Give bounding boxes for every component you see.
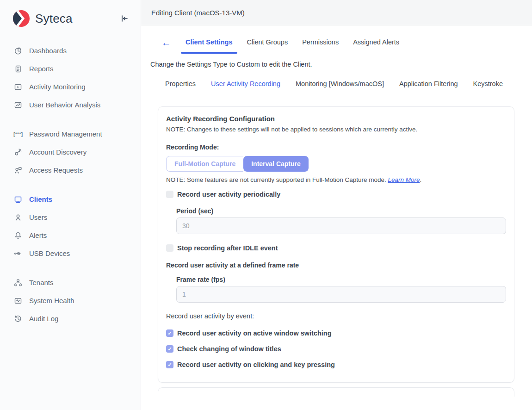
subtab-properties[interactable]: Properties	[165, 80, 196, 87]
sidebar-item-label: System Health	[29, 297, 74, 304]
card-note: NOTE: Changes to these settings will not…	[166, 125, 506, 134]
window-titles-row: ✓ Check changing of window titles	[166, 345, 506, 353]
subtab-user-activity-recording[interactable]: User Activity Recording	[211, 80, 280, 87]
nav-group-pam: [***] Password Management Account Discov…	[0, 125, 141, 179]
page-title-bar: Editing Client (macOS-13-VM)	[141, 0, 532, 25]
window-switching-label: Record user activity on active window sw…	[177, 329, 332, 337]
card-title: Activity Recording Configuration	[166, 114, 506, 124]
subtab-bar: Properties User Activity Recording Monit…	[165, 80, 532, 87]
subtab-application-filtering[interactable]: Application Filtering	[399, 80, 458, 87]
click-keypress-row: ✓ Record user activity on clicking and k…	[166, 361, 506, 368]
period-input[interactable]	[176, 217, 506, 234]
sidebar-item-label: Password Management	[29, 130, 102, 138]
sidebar-item-activity-monitoring[interactable]: Activity Monitoring	[0, 78, 141, 96]
nav-group-endpoints: Clients Users Alerts	[0, 190, 141, 262]
sidebar-item-account-discovery[interactable]: Account Discovery	[0, 143, 141, 161]
click-keypress-label: Record user activity on clicking and key…	[177, 361, 335, 368]
sidebar-item-reports[interactable]: Reports	[0, 60, 141, 78]
app-window: Syteca Dashboards	[0, 0, 532, 410]
sidebar-item-tenants[interactable]: Tenants	[0, 273, 141, 292]
sidebar-item-usb-devices[interactable]: USB Devices	[0, 244, 141, 262]
interval-capture-button[interactable]: Interval Capture	[243, 156, 309, 172]
by-event-label: Record user activity by event:	[166, 312, 506, 320]
brand-name: Syteca	[35, 12, 73, 26]
sidebar-item-label: User Behavior Analysis	[29, 101, 100, 109]
record-periodically-label: Record user activity periodically	[177, 191, 280, 198]
sidebar-item-clients[interactable]: Clients	[0, 190, 141, 208]
sidebar-item-label: Reports	[29, 65, 54, 73]
sidebar-item-label: Clients	[29, 195, 52, 203]
tab-assigned-alerts[interactable]: Assigned Alerts	[353, 38, 399, 53]
bell-icon	[14, 231, 22, 240]
svg-text:?: ?	[19, 167, 21, 169]
mode-note: NOTE: Some features are not currently su…	[166, 176, 506, 183]
report-icon	[14, 65, 22, 73]
sidebar-item-audit-log[interactable]: Audit Log	[0, 310, 141, 328]
window-switching-checkbox[interactable]: ✓	[166, 329, 173, 337]
sidebar-item-label: Tenants	[29, 279, 54, 286]
sidebar-item-label: Audit Log	[29, 315, 58, 323]
window-switching-row: ✓ Record user activity on active window …	[166, 329, 506, 337]
logo-row: Syteca	[0, 0, 141, 38]
checkmark-icon: ✓	[167, 362, 172, 367]
sidebar-item-users[interactable]: Users	[0, 208, 141, 226]
mode-note-text: NOTE: Some features are not currently su…	[166, 176, 388, 183]
record-periodically-checkbox[interactable]	[166, 191, 173, 198]
usb-icon	[14, 249, 22, 258]
sidebar-item-label: Access Requests	[29, 166, 83, 174]
subtab-keystroke[interactable]: Keystroke	[473, 80, 503, 87]
frame-rate-heading: Record user activity at a defined frame …	[166, 261, 506, 269]
tab-client-groups[interactable]: Client Groups	[247, 38, 288, 53]
system-health-icon	[14, 297, 22, 305]
sidebar-item-dashboards[interactable]: Dashboards	[0, 42, 141, 60]
sidebar-collapse-icon[interactable]	[119, 14, 129, 23]
pie-chart-icon	[14, 47, 22, 55]
recording-mode-label: Recording Mode:	[166, 143, 506, 151]
activity-monitoring-icon	[14, 83, 22, 91]
sidebar-nav: Dashboards Reports Activity Monitoring	[0, 42, 141, 328]
sidebar-item-label: Account Discovery	[29, 148, 87, 156]
sidebar-item-label: Dashboards	[29, 47, 67, 55]
nav-group-analytics: Dashboards Reports Activity Monitoring	[0, 42, 141, 114]
settings-type-notice: Change the Settings Type to Custom to ed…	[150, 61, 532, 68]
subtab-monitoring[interactable]: Monitoring [Windows/macOS]	[296, 80, 384, 87]
syteca-logo-icon	[13, 10, 30, 27]
monitor-icon	[14, 195, 22, 204]
sidebar-item-alerts[interactable]: Alerts	[0, 226, 141, 244]
tab-permissions[interactable]: Permissions	[302, 38, 339, 53]
recording-mode-toggle: Full-Motion Capture Interval Capture	[166, 156, 309, 172]
nav-group-system: Tenants System Health Aud	[0, 273, 141, 328]
sidebar-item-label: USB Devices	[29, 249, 70, 257]
stop-after-idle-label: Stop recording after IDLE event	[177, 244, 278, 252]
activity-recording-card: Activity Recording Configuration NOTE: C…	[158, 106, 514, 383]
brand: Syteca	[13, 10, 73, 27]
sidebar-item-label: Users	[29, 213, 47, 221]
page-title: Editing Client (macOS-13-VM)	[151, 9, 245, 17]
back-arrow-icon[interactable]: ←	[161, 37, 171, 53]
stop-after-idle-row: Stop recording after IDLE event	[166, 244, 506, 252]
checkmark-icon: ✓	[167, 347, 172, 352]
sidebar-item-user-behavior-analysis[interactable]: User Behavior Analysis	[0, 96, 141, 114]
behavior-chart-icon	[14, 101, 22, 109]
checkmark-icon: ✓	[167, 331, 172, 336]
sidebar-item-system-health[interactable]: System Health	[0, 292, 141, 310]
key-discovery-icon	[14, 148, 22, 156]
history-clock-icon	[14, 315, 22, 323]
full-motion-capture-button[interactable]: Full-Motion Capture	[166, 156, 243, 172]
next-card-partial	[158, 387, 514, 397]
sidebar-item-label: Activity Monitoring	[29, 83, 86, 91]
learn-more-link[interactable]: Learn More	[388, 176, 420, 183]
tab-bar: ← Client Settings Client Groups Permissi…	[141, 25, 532, 53]
tab-client-settings[interactable]: Client Settings	[186, 38, 233, 53]
hierarchy-icon	[14, 279, 22, 287]
click-keypress-checkbox[interactable]: ✓	[166, 361, 173, 368]
sidebar-item-access-requests[interactable]: ? Access Requests	[0, 161, 141, 179]
frame-rate-input[interactable]	[176, 286, 506, 303]
sidebar-item-label: Alerts	[29, 231, 47, 239]
sidebar-item-password-management[interactable]: [***] Password Management	[0, 125, 141, 143]
stop-after-idle-checkbox[interactable]	[166, 244, 173, 252]
window-titles-checkbox[interactable]: ✓	[166, 345, 173, 353]
password-brackets-icon: [***]	[14, 130, 22, 138]
sidebar: Syteca Dashboards	[0, 0, 141, 410]
period-label: Period (sec)	[176, 207, 506, 215]
